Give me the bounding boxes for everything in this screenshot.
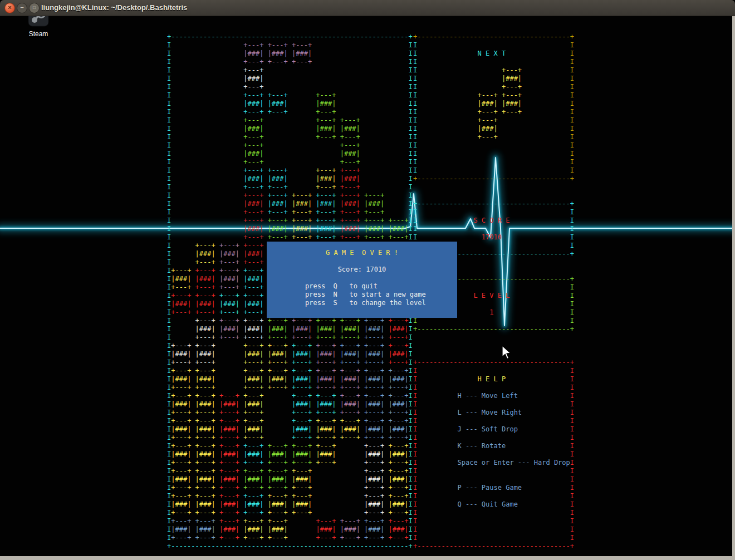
window-title: liungkejin@KLinux: ~/Desktop/.Bash/tetri… (41, 0, 187, 16)
help-item-4: Space or Enter --- Hard Drop (457, 459, 570, 466)
dialog-title: G A M E O V E R ! (267, 249, 457, 257)
next-box: +--------------------------------------+… (413, 33, 574, 183)
score-title: S C O R E (473, 217, 509, 224)
help-item-6: Q --- Quit Game (457, 500, 517, 508)
dialog-hint-change-level: press S to change the level (267, 299, 457, 307)
close-icon: × (8, 4, 11, 11)
titlebar[interactable]: × – □ liungkejin@KLinux: ~/Desktop/.Bash… (0, 0, 735, 16)
help-title: H E L P (478, 375, 506, 383)
help-item-0: H --- Move Left (457, 392, 517, 400)
help-box: +--------------------------------------+… (413, 358, 574, 551)
maximize-button[interactable]: □ (29, 3, 40, 13)
window-bottom-edge (0, 556, 735, 560)
help-item-3: K --- Rotate (457, 442, 506, 450)
dialog-spacer (267, 257, 457, 266)
close-button[interactable]: × (4, 3, 15, 13)
maximize-icon: □ (33, 5, 36, 10)
screen: Steam +---------------------------------… (0, 0, 735, 560)
dialog-spacer (267, 274, 457, 282)
scrollbar[interactable] (732, 16, 735, 556)
game-over-dialog: G A M E O V E R ! Score: 17010 press Q t… (267, 242, 457, 318)
next-title: N E X T (478, 50, 506, 57)
dialog-hint-new-game: press N to start a new game (267, 291, 457, 299)
dialog-score: Score: 17010 (267, 266, 457, 274)
steam-label: Steam (22, 30, 55, 38)
minimize-button[interactable]: – (17, 3, 27, 13)
help-item-1: L --- Move Right (457, 409, 522, 416)
dialog-hint-quit: press Q to quit (267, 282, 457, 291)
help-item-5: P --- Pause Game (457, 484, 522, 492)
help-item-2: J --- Soft Drop (457, 425, 517, 433)
minimize-icon: – (20, 4, 23, 11)
level-title: L E V E L (473, 292, 509, 299)
score-value: 17010 (482, 233, 502, 241)
level-value: 1 (489, 308, 493, 316)
